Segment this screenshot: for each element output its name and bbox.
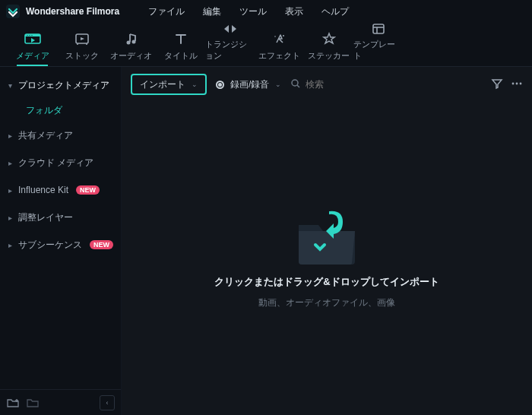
sidebar-item-subsequence[interactable]: ▸ サブシーケンス NEW — [0, 231, 121, 258]
title-icon — [174, 30, 188, 47]
drop-title: クリックまたはドラッグ&ドロップしてインポート — [214, 275, 439, 289]
svg-point-3 — [27, 35, 27, 36]
search-input[interactable] — [306, 79, 366, 90]
tab-effect[interactable]: エフェクト — [255, 25, 304, 66]
content-toolbar: インポート ⌄ 録画/録音 ⌄ — [122, 67, 532, 102]
main-area: ▾ プロジェクトメディア フォルダ ▸ 共有メディア ▸ クラウド メディア ▸… — [0, 67, 532, 415]
sidebar-item-label: 共有メディア — [18, 129, 73, 142]
tab-template[interactable]: テンプレート — [353, 25, 403, 66]
svg-point-5 — [31, 35, 32, 36]
sidebar-item-label: Influence Kit — [18, 185, 68, 195]
record-button[interactable]: 録画/録音 ⌄ — [216, 74, 281, 95]
tab-sticker-label: ステッカー — [308, 50, 350, 62]
sidebar-item-project-media[interactable]: ▾ プロジェクトメディア — [0, 71, 121, 99]
sidebar-subitem-folder[interactable]: フォルダ — [0, 99, 121, 122]
sidebar-item-label: サブシーケンス — [18, 239, 82, 252]
import-folder-icon — [293, 208, 361, 268]
sidebar-item-label: クラウド メディア — [18, 157, 93, 169]
sidebar-list: ▾ プロジェクトメディア フォルダ ▸ 共有メディア ▸ クラウド メディア ▸… — [0, 67, 121, 389]
tab-audio[interactable]: オーディオ — [106, 25, 156, 66]
sticker-icon — [322, 30, 336, 47]
import-label: インポート — [140, 78, 185, 91]
template-icon — [372, 22, 385, 36]
tab-media[interactable]: メディア — [8, 25, 57, 66]
folder-icon[interactable] — [26, 396, 40, 410]
svg-rect-11 — [373, 24, 384, 33]
chevron-right-icon: ▸ — [6, 186, 14, 195]
more-icon[interactable] — [511, 78, 523, 92]
chevron-right-icon: ▸ — [6, 131, 14, 140]
tab-title-label: タイトル — [164, 50, 198, 62]
drop-subtitle: 動画、オーディオファイル、画像 — [258, 296, 395, 309]
svg-point-16 — [512, 82, 515, 84]
svg-point-9 — [283, 35, 284, 36]
stock-icon — [74, 30, 90, 47]
tab-transition[interactable]: トランジション — [205, 25, 255, 66]
chevron-down-icon: ⌄ — [275, 81, 281, 88]
app-logo-icon — [6, 5, 20, 18]
svg-line-15 — [297, 85, 299, 87]
title-bar: Wondershare Filmora ファイル 編集 ツール 表示 ヘルプ — [0, 0, 532, 23]
menu-help[interactable]: ヘルプ — [314, 4, 356, 20]
tab-template-label: テンプレート — [353, 39, 403, 62]
menu-bar: ファイル 編集 ツール 表示 ヘルプ — [141, 4, 356, 20]
tab-sticker[interactable]: ステッカー — [304, 25, 353, 66]
svg-point-14 — [292, 80, 298, 86]
chevron-right-icon: ▸ — [6, 241, 14, 249]
record-label: 録画/録音 — [230, 78, 269, 91]
tab-transition-label: トランジション — [205, 39, 255, 62]
search-icon — [290, 78, 301, 91]
svg-point-7 — [126, 41, 130, 45]
chevron-down-icon: ▾ — [6, 81, 14, 90]
audio-icon — [125, 30, 138, 47]
sidebar-item-label: プロジェクトメディア — [18, 79, 109, 92]
media-icon — [24, 30, 41, 47]
toolbar: メディア ストック オーディオ タイトル トランジション エフェクト ステッ — [0, 23, 532, 67]
import-button[interactable]: インポート ⌄ — [131, 74, 207, 95]
tab-stock[interactable]: ストック — [57, 25, 106, 66]
filter-icon[interactable] — [491, 78, 503, 92]
content-panel: インポート ⌄ 録画/録音 ⌄ — [122, 67, 532, 415]
sidebar-footer: ‹ — [0, 389, 121, 415]
record-icon — [216, 81, 224, 89]
sidebar-item-adjustment-layer[interactable]: ▸ 調整レイヤー — [0, 204, 121, 231]
chevron-right-icon: ▸ — [6, 214, 14, 222]
svg-point-17 — [516, 82, 518, 84]
new-folder-icon[interactable] — [6, 396, 20, 410]
menu-tools[interactable]: ツール — [232, 4, 274, 20]
drop-area[interactable]: クリックまたはドラッグ&ドロップしてインポート 動画、オーディオファイル、画像 — [122, 102, 532, 415]
new-badge: NEW — [76, 185, 100, 195]
sidebar-subitem-label: フォルダ — [26, 104, 62, 117]
content-toolbar-right — [491, 78, 523, 92]
chevron-down-icon: ⌄ — [192, 81, 198, 88]
sidebar-item-cloud-media[interactable]: ▸ クラウド メディア — [0, 149, 121, 176]
tab-audio-label: オーディオ — [110, 50, 152, 62]
tab-effect-label: エフェクト — [258, 50, 300, 62]
svg-point-4 — [29, 35, 30, 36]
collapse-sidebar-button[interactable]: ‹ — [100, 395, 115, 410]
search-wrap — [290, 78, 366, 91]
tab-media-label: メディア — [16, 50, 49, 62]
chevron-right-icon: ▸ — [6, 159, 14, 167]
menu-file[interactable]: ファイル — [141, 4, 192, 20]
app-title: Wondershare Filmora — [26, 6, 119, 17]
sidebar: ▾ プロジェクトメディア フォルダ ▸ 共有メディア ▸ クラウド メディア ▸… — [0, 67, 122, 415]
sidebar-item-label: 調整レイヤー — [18, 211, 73, 224]
menu-edit[interactable]: 編集 — [195, 4, 229, 20]
chevron-left-icon: ‹ — [106, 399, 109, 407]
sidebar-item-shared-media[interactable]: ▸ 共有メディア — [0, 122, 121, 149]
effect-icon — [272, 30, 287, 47]
tab-stock-label: ストック — [65, 50, 99, 62]
sidebar-item-influence-kit[interactable]: ▸ Influence Kit NEW — [0, 176, 121, 204]
svg-point-8 — [131, 40, 135, 44]
tab-title[interactable]: タイトル — [156, 25, 205, 66]
menu-view[interactable]: 表示 — [277, 4, 311, 20]
new-badge: NEW — [90, 240, 113, 249]
transition-icon — [223, 22, 238, 36]
svg-point-18 — [520, 82, 522, 84]
svg-point-10 — [274, 36, 276, 37]
